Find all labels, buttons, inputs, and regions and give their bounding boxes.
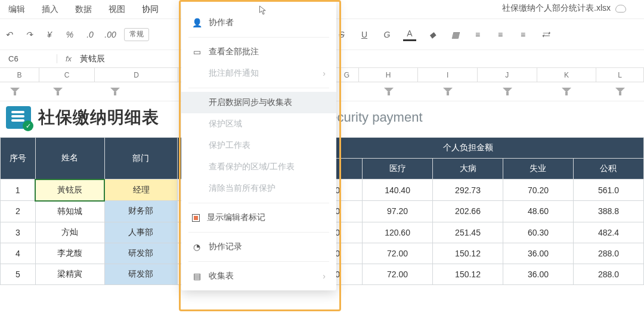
fill-color-button[interactable]: ◆ (426, 28, 439, 41)
cell-value[interactable]: 150.12 (433, 264, 503, 284)
menu-view[interactable]: 视图 (109, 4, 142, 15)
col-header-k[interactable]: K (537, 68, 597, 82)
menu-item-label: 批注邮件通知 (209, 68, 259, 79)
filter-icon[interactable] (384, 88, 394, 96)
cell-dept[interactable]: 经理 (104, 179, 178, 201)
th-yiliao: 医疗 (363, 159, 433, 179)
strike-button[interactable]: G (380, 28, 394, 41)
menu-item-label: 查看全部批注 (209, 47, 259, 57)
cell-seq[interactable]: 5 (1, 264, 36, 284)
cell-value[interactable]: 120.60 (363, 222, 433, 243)
cell-dept[interactable]: 人事部 (104, 222, 178, 243)
menu-insert[interactable]: 插入 (42, 4, 75, 15)
cell-value[interactable]: 36.00 (503, 264, 574, 284)
cell-value[interactable]: 70.20 (503, 179, 574, 201)
filter-icon[interactable] (615, 88, 625, 96)
col-header-c[interactable]: C (39, 68, 95, 82)
cell-value[interactable]: 36.00 (503, 243, 574, 264)
filename-area: 社保缴纳个人部分统计表.xlsx (502, 3, 626, 14)
redo-button[interactable]: ↷ (23, 28, 36, 41)
cell-value[interactable]: 60.30 (503, 222, 574, 243)
align-left-button[interactable]: ≡ (471, 28, 484, 41)
clock-icon: ◔ (192, 242, 202, 252)
menu-item[interactable]: ◔协作记录 (181, 236, 336, 258)
filter-icon[interactable] (53, 88, 63, 96)
col-header-l[interactable]: L (596, 68, 644, 82)
align-middle-button[interactable]: ≡ (494, 28, 507, 41)
cell-dept[interactable]: 研发部 (104, 243, 178, 264)
menu-item: 查看保护的区域/工作表 (181, 156, 336, 178)
dec-decrease-button[interactable]: .0 (83, 28, 97, 41)
chevron-right-icon: › (323, 271, 326, 281)
wrap-button[interactable]: ≡ (516, 28, 530, 41)
cell-dept[interactable]: 研发部 (104, 264, 178, 284)
menu-separator (188, 37, 329, 38)
col-header-b[interactable]: B (0, 68, 39, 82)
th-seq: 序号 (1, 138, 36, 179)
undo-button[interactable]: ↶ (2, 28, 16, 41)
cell-value[interactable]: 288.0 (573, 243, 643, 264)
menu-item-label: 保护区域 (209, 119, 242, 129)
cell-value[interactable]: 288.0 (573, 264, 643, 284)
cell-seq[interactable]: 2 (1, 201, 36, 222)
formula-input[interactable] (80, 54, 644, 64)
percent-button[interactable]: % (63, 28, 76, 41)
cell-value[interactable]: 72.00 (363, 264, 433, 284)
cell-value[interactable]: 48.60 (503, 201, 574, 222)
cell-name[interactable]: 韩知城 (35, 201, 104, 222)
cell-name[interactable]: 方灿 (35, 222, 104, 243)
text-color-button[interactable]: A (403, 28, 416, 41)
cell-value[interactable]: 482.4 (573, 222, 643, 243)
menu-item-label: 清除当前所有保护 (209, 183, 275, 194)
underline-button[interactable]: U (358, 28, 371, 41)
menu-separator (188, 203, 329, 203)
th-dept: 部门 (104, 138, 178, 179)
cell-value[interactable]: 561.0 (573, 179, 643, 201)
italic-button[interactable]: S (335, 28, 348, 41)
fx-icon: fx (57, 54, 80, 63)
cell-seq[interactable]: 4 (1, 243, 36, 264)
menu-item-label: 协作者 (209, 17, 234, 28)
menu-data[interactable]: 数据 (75, 4, 109, 15)
cell-reference[interactable]: C6 (0, 54, 57, 63)
cell-name[interactable]: 梁精寅 (35, 264, 104, 284)
col-header-d[interactable]: D (95, 68, 178, 82)
cell-seq[interactable]: 3 (1, 222, 36, 243)
number-format-select[interactable]: 常规 (124, 28, 149, 41)
filter-icon[interactable] (110, 88, 120, 96)
menu-item[interactable]: ▤收集表› (181, 265, 336, 287)
menu-item[interactable]: 👤协作者 (181, 12, 336, 33)
merge-button[interactable]: ⮂ (539, 28, 552, 41)
col-header-h[interactable]: H (359, 68, 419, 82)
filter-icon[interactable] (443, 88, 453, 96)
cell-value[interactable]: 150.12 (433, 243, 503, 264)
menu-edit[interactable]: 编辑 (8, 4, 42, 15)
cell-value[interactable]: 140.40 (363, 179, 433, 201)
borders-button[interactable]: ▦ (448, 28, 462, 41)
filter-icon[interactable] (503, 88, 512, 96)
menu-item[interactable]: 开启数据同步与收集表 (181, 92, 336, 113)
cell-value[interactable]: 97.20 (363, 201, 433, 222)
menu-collab[interactable]: 协同 (142, 4, 175, 15)
cell-name[interactable]: 黃铉辰 (35, 179, 104, 201)
cell-name[interactable]: 李龙馥 (35, 243, 104, 264)
cell-value[interactable]: 202.66 (433, 201, 503, 222)
doc-icon: ▤ (192, 271, 202, 281)
col-header-g[interactable]: G (335, 68, 359, 82)
cell-value[interactable]: 292.73 (433, 179, 503, 201)
menu-item[interactable]: 显示编辑者标记 (181, 207, 336, 228)
col-header-j[interactable]: J (478, 68, 537, 82)
filter-icon[interactable] (562, 88, 571, 96)
cell-value[interactable]: 388.8 (573, 201, 643, 222)
cell-dept[interactable]: 财务部 (104, 201, 178, 222)
cell-value[interactable]: 72.00 (363, 243, 433, 264)
cell-seq[interactable]: 1 (1, 179, 36, 201)
col-header-i[interactable]: I (418, 68, 478, 82)
menu-item[interactable]: ▭查看全部批注 (181, 41, 336, 63)
cell-value[interactable]: 251.45 (433, 222, 503, 243)
currency-button[interactable]: ¥ (43, 28, 56, 41)
sheet-title: 社保缴纳明细表 (38, 106, 159, 129)
dec-increase-button[interactable]: .00 (104, 28, 117, 41)
chevron-right-icon: › (323, 69, 326, 78)
filter-icon[interactable] (10, 88, 20, 96)
